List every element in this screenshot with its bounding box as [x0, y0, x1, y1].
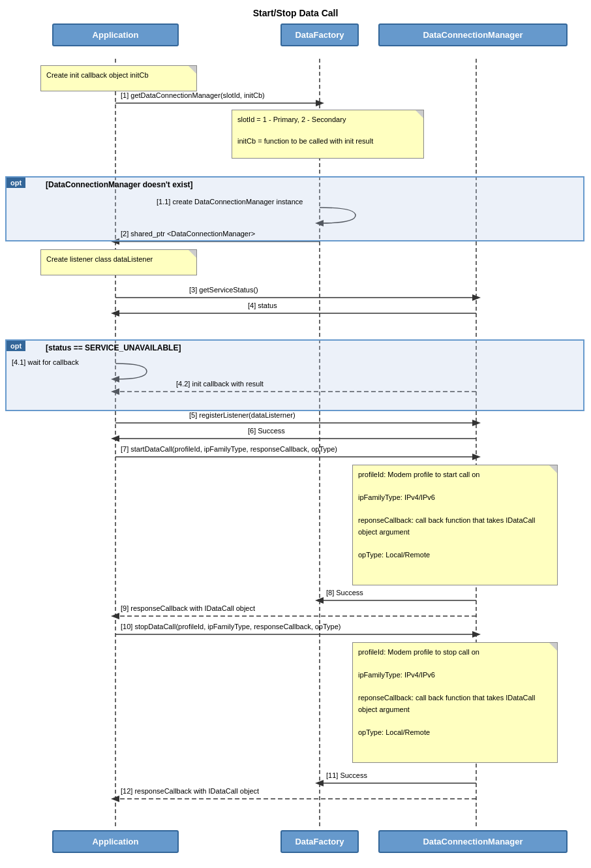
msg-3-label: [3] getServiceStatus() — [189, 286, 258, 294]
fragment-guard-opt-2: [status == SERVICE_UNAVAILABLE] — [46, 343, 181, 352]
svg-marker-22 — [315, 597, 324, 604]
msg-6-label: [6] Success — [248, 427, 285, 435]
svg-marker-9 — [472, 294, 481, 301]
svg-marker-4 — [316, 100, 324, 106]
note-init-callback: Create init callback object initCb — [40, 65, 197, 91]
svg-marker-18 — [111, 435, 119, 442]
msg-11b-label: [11] Success — [326, 771, 367, 779]
actor-datafactory-top: DataFactory — [280, 23, 359, 46]
diagram-title: Start/Stop Data Call — [0, 0, 591, 23]
fragment-label-opt-1: opt — [7, 178, 25, 188]
msg-42-label: [4.2] init callback with result — [176, 380, 264, 388]
actor-dcm-bottom: DataConnectionManager — [378, 830, 568, 853]
svg-marker-11 — [111, 310, 119, 317]
note-listener: Create listener class dataListener — [40, 249, 197, 275]
note-stop-params: profileId: Modem profile to stop call on… — [352, 642, 558, 763]
svg-marker-26 — [472, 631, 481, 638]
msg-4-label: [4] status — [248, 302, 277, 309]
msg-5-label: [5] registerListener(dataListerner) — [189, 411, 296, 419]
svg-marker-16 — [472, 420, 481, 426]
svg-marker-20 — [472, 454, 481, 460]
actor-datafactory-bottom: DataFactory — [280, 830, 359, 853]
fragment-guard-opt-1: [DataConnectionManager doesn't exist] — [46, 180, 193, 189]
msg-10-label: [10] stopDataCall(profileId, ipFamilyTyp… — [121, 623, 341, 630]
actor-dcm-top: DataConnectionManager — [378, 23, 568, 46]
svg-marker-30 — [111, 796, 119, 802]
diagram: Start/Stop Data Call — [0, 0, 591, 868]
svg-marker-28 — [315, 780, 324, 786]
fragment-opt-1: opt [DataConnectionManager doesn't exist… — [5, 176, 584, 241]
svg-marker-24 — [111, 613, 119, 619]
note-slotid-initcb: slotId = 1 - Primary, 2 - Secondary init… — [232, 110, 424, 159]
msg-9-label: [9] responseCallback with IDataCall obje… — [121, 604, 255, 612]
note-start-params: profileId: Modem profile to start call o… — [352, 465, 558, 585]
msg-2-label: [2] shared_ptr <DataConnectionManager> — [121, 230, 255, 238]
msg-1-label: [1] getDataConnectionManager(slotId, ini… — [121, 91, 265, 99]
msg-7-label: [7] startDataCall(profileId, ipFamilyTyp… — [121, 445, 337, 453]
actor-application-top: Application — [52, 23, 179, 46]
msg-8-label: [8] Success — [326, 589, 363, 597]
msg-11-label: [1.1] create DataConnectionManager insta… — [157, 198, 303, 206]
fragment-label-opt-2: opt — [7, 341, 25, 351]
msg-41-label: [4.1] wait for callback — [12, 358, 79, 366]
msg-12-label: [12] responseCallback with IDataCall obj… — [121, 787, 259, 795]
fragment-opt-2: opt [status == SERVICE_UNAVAILABLE] — [5, 339, 584, 411]
actor-application-bottom: Application — [52, 830, 179, 853]
